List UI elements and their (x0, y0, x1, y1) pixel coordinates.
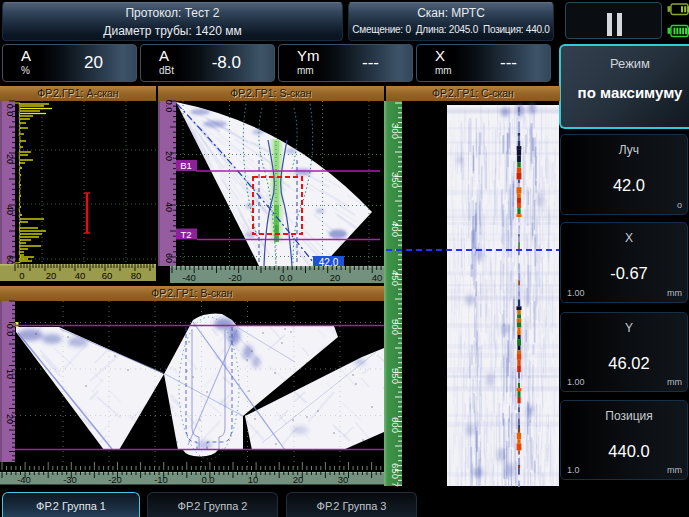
svg-text:40: 40 (75, 270, 86, 281)
svg-text:20: 20 (5, 154, 15, 164)
svg-text:-40: -40 (17, 474, 31, 485)
svg-text:-20: -20 (108, 474, 122, 485)
svg-text:ФР.2.ГР1: S-скан: ФР.2.ГР1: S-скан (230, 87, 311, 99)
svg-text:30: 30 (338, 474, 349, 485)
svg-text:40: 40 (164, 202, 174, 212)
svg-text:550: 550 (390, 368, 401, 384)
svg-text:ФР.2.ГР1: В-скан: ФР.2.ГР1: В-скан (151, 287, 232, 299)
svg-text:0.0: 0.0 (5, 324, 15, 337)
svg-text:0.0: 0.0 (201, 474, 214, 485)
svg-text:60: 60 (5, 255, 15, 265)
svg-text:42.0: 42.0 (319, 257, 339, 268)
svg-text:-40: -40 (182, 272, 196, 283)
svg-text:0: 0 (19, 270, 24, 281)
svg-text:ФР.2.ГР1: С-скан: ФР.2.ГР1: С-скан (432, 87, 514, 99)
svg-text:T2: T2 (180, 229, 191, 240)
svg-text:20: 20 (164, 151, 174, 161)
svg-text:-30: -30 (63, 474, 77, 485)
svg-text:10: 10 (5, 369, 15, 379)
svg-text:-20: -20 (228, 272, 242, 283)
svg-text:20: 20 (293, 474, 304, 485)
svg-text:70: 70 (390, 482, 401, 487)
svg-text:450: 450 (390, 270, 401, 286)
svg-text:80: 80 (131, 270, 142, 281)
svg-text:60: 60 (164, 253, 174, 263)
svg-text:400: 400 (390, 221, 401, 237)
svg-text:350: 350 (390, 172, 401, 188)
svg-text:650: 650 (390, 463, 401, 479)
svg-text:60: 60 (102, 270, 113, 281)
svg-text:40: 40 (372, 272, 383, 283)
svg-text:500: 500 (390, 319, 401, 335)
svg-text:0.0: 0.0 (279, 272, 292, 283)
svg-text:600: 600 (390, 417, 401, 433)
svg-text:10: 10 (248, 474, 259, 485)
svg-text:20: 20 (46, 270, 57, 281)
svg-text:300: 300 (390, 123, 401, 139)
svg-text:0.0: 0.0 (5, 104, 15, 117)
svg-text:B1: B1 (180, 160, 192, 171)
svg-text:20: 20 (5, 414, 15, 424)
svg-text:20: 20 (330, 272, 341, 283)
svg-text:-10: -10 (154, 474, 168, 485)
svg-text:40: 40 (5, 205, 15, 215)
svg-text:0.0: 0.0 (164, 100, 174, 113)
svg-text:ФР.2.ГР1: А-скан: ФР.2.ГР1: А-скан (37, 87, 118, 99)
